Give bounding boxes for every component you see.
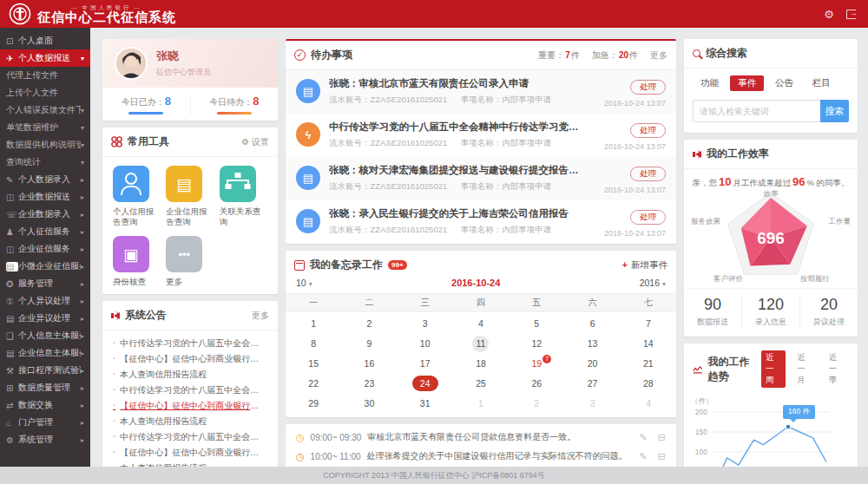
todo-item[interactable]: 张晓：录入民生银行提交的关于上海吉荣公司信用报告 流水账号：ZZASE20161… bbox=[286, 200, 676, 244]
add-event-button[interactable]: 新增事件 bbox=[622, 259, 667, 271]
sidebar-item[interactable]: 查询统计 ▾ bbox=[0, 154, 90, 171]
announcement-item[interactable]: 【征信中心】征信中心到商业银行调研发展规划制订 bbox=[113, 351, 267, 367]
calendar-day[interactable]: 29 bbox=[286, 394, 341, 414]
sidebar-item[interactable]: 接口程序测试验证 ▸ bbox=[0, 362, 90, 379]
handle-button[interactable]: 处理 bbox=[630, 123, 666, 138]
trend-tab[interactable]: 近一月 bbox=[792, 350, 817, 388]
calendar-day[interactable]: 14 bbox=[621, 334, 676, 354]
calendar-day[interactable]: 5 bbox=[509, 314, 564, 334]
search-input[interactable] bbox=[693, 100, 820, 122]
announcement-item[interactable]: 【征信中心】征信中心到商业银行调研发展规划制订 bbox=[113, 445, 267, 461]
announcement-item[interactable]: 中行传达学习党的十八届五中全会精神 bbox=[113, 429, 267, 445]
schedule-item[interactable]: 09:00~ 09:30 审核北京市蓝天有限责任公司贷款信息资料是否一致。 ✎ … bbox=[286, 428, 676, 447]
handle-button[interactable]: 处理 bbox=[630, 167, 666, 181]
tool-shortcut[interactable]: 关联关系查询 bbox=[220, 166, 267, 227]
calendar-day[interactable]: 26 bbox=[509, 374, 564, 394]
edit-icon[interactable]: ✎ bbox=[640, 432, 648, 443]
calendar-day[interactable]: 20 bbox=[564, 354, 620, 374]
sidebar-item[interactable]: 个人错误反馈文件下载 ▾ bbox=[0, 101, 90, 119]
announcement-item[interactable]: 中行传达学习党的十八届五中全会精神 bbox=[113, 336, 267, 351]
trend-tab[interactable]: 近一周 bbox=[761, 350, 786, 388]
settings-icon[interactable]: ⚙ bbox=[824, 8, 834, 21]
search-tab[interactable]: 公告 bbox=[767, 75, 801, 91]
calendar-day[interactable]: 16 bbox=[341, 354, 397, 374]
calendar-day[interactable]: 4 bbox=[453, 314, 509, 334]
sidebar-item[interactable]: 单笔数据维护 ▾ bbox=[0, 119, 90, 136]
edit-icon[interactable]: ✎ bbox=[640, 451, 648, 462]
calendar-day[interactable]: 9 bbox=[341, 334, 397, 354]
tool-shortcut[interactable]: ••• 更多 bbox=[166, 236, 214, 287]
calendar-day[interactable]: 28 bbox=[621, 374, 676, 394]
sidebar-item[interactable]: 个人信息主体服务 ▸ bbox=[0, 327, 90, 344]
sidebar-item[interactable]: 数据提供机构说明管理 ▾ bbox=[0, 136, 90, 154]
tool-shortcut[interactable]: 个人信用报告查询 bbox=[113, 166, 161, 227]
delete-icon[interactable]: ⊟ bbox=[658, 432, 666, 443]
calendar-day[interactable]: 22 bbox=[286, 374, 341, 394]
announcement-item[interactable]: 中行传达学习党的十八届五中全会精神 bbox=[113, 383, 267, 398]
sidebar-item[interactable]: 企业数据报送 ▸ bbox=[0, 188, 90, 206]
calendar-day[interactable]: 13 bbox=[564, 334, 620, 354]
sidebar-item[interactable]: 上传个人文件 bbox=[0, 84, 90, 101]
sidebar-item[interactable]: 数据交换 ▸ bbox=[0, 396, 90, 414]
calendar-day[interactable]: 15 bbox=[286, 354, 341, 374]
calendar-day[interactable]: 30 bbox=[341, 394, 397, 414]
trend-tab[interactable]: 近一季 bbox=[825, 350, 849, 388]
calendar-day[interactable]: 10 bbox=[398, 334, 453, 354]
tools-settings-link[interactable]: ⚙ 设置 bbox=[241, 136, 269, 148]
calendar-day[interactable]: 24 bbox=[398, 374, 453, 394]
calendar-day[interactable]: 7 bbox=[621, 314, 676, 334]
sidebar-item[interactable]: 门户管理 ▸ bbox=[0, 414, 90, 431]
sidebar-item[interactable]: 企业信息主体服务 ▸ bbox=[0, 344, 90, 362]
todo-more-link[interactable]: 更多 bbox=[650, 49, 667, 62]
announcement-item[interactable]: 本人查询信用报告流程 bbox=[113, 367, 267, 383]
handle-button[interactable]: 处理 bbox=[630, 210, 666, 225]
calendar-day[interactable]: 8 bbox=[286, 334, 341, 354]
todo-item[interactable]: 中行传达学习党的十八届五中全会精神中行传达学习党的十八届五中全会精神 流水账号：… bbox=[286, 114, 676, 157]
sidebar-item[interactable]: 系统管理 ▸ bbox=[0, 431, 90, 448]
calendar-day[interactable]: 23 bbox=[341, 374, 397, 394]
todo-item[interactable]: 张晓：审核北京市蓝天有限责任公司录入申请 流水账号：ZZASE201610250… bbox=[286, 70, 676, 114]
announcements-more-link[interactable]: 更多 bbox=[252, 310, 269, 322]
schedule-item[interactable]: 10:00~ 11:00 处理张希提交的关于中国建设银行信用记录与实际情况不符的… bbox=[286, 447, 676, 466]
calendar-day[interactable]: 3 bbox=[398, 314, 453, 334]
announcement-item[interactable]: 【征信中心】征信中心到商业银行调研发展规划制订 bbox=[113, 398, 267, 414]
search-tab[interactable]: 栏目 bbox=[805, 75, 838, 91]
sidebar-item[interactable]: 服务管理 ▸ bbox=[0, 275, 90, 292]
calendar-day[interactable]: 6 bbox=[564, 314, 620, 334]
sidebar-item[interactable]: 个人数据报送 ▾ bbox=[0, 49, 90, 67]
sidebar-item[interactable]: 数据质量管理 ▸ bbox=[0, 379, 90, 396]
announcement-item[interactable]: 本人查询信用报告流程 bbox=[113, 461, 267, 467]
calendar-day[interactable]: 21 bbox=[621, 354, 676, 374]
sidebar-item[interactable]: 企业征信服务 ▸ bbox=[0, 240, 90, 258]
calendar-day[interactable]: 18 bbox=[453, 354, 509, 374]
calendar-day[interactable]: 31 bbox=[398, 394, 453, 414]
tool-shortcut[interactable]: ▤ 企业信用报告查询 bbox=[166, 166, 214, 227]
search-tab[interactable]: 功能 bbox=[693, 75, 727, 91]
month-select[interactable]: 10 bbox=[296, 278, 312, 288]
calendar-day[interactable]: 1 bbox=[286, 314, 341, 334]
calendar-day[interactable]: 2 bbox=[341, 314, 397, 334]
sidebar-item[interactable]: 代理上传文件 bbox=[0, 67, 90, 84]
search-tab[interactable]: 事件 bbox=[730, 75, 764, 91]
tool-shortcut[interactable]: ▣ 身份核查 bbox=[113, 236, 161, 287]
calendar-day[interactable]: 11 bbox=[453, 334, 509, 354]
calendar-day[interactable]: 17 bbox=[398, 354, 453, 374]
calendar-day[interactable]: 197 bbox=[509, 354, 564, 374]
logout-icon[interactable] bbox=[846, 10, 856, 19]
calendar-day[interactable]: 2 bbox=[509, 394, 564, 414]
calendar-day[interactable]: 1 bbox=[453, 394, 509, 414]
calendar-day[interactable]: 4 bbox=[621, 394, 676, 414]
calendar-day[interactable]: 27 bbox=[564, 374, 620, 394]
search-button[interactable]: 搜索 bbox=[820, 100, 849, 122]
sidebar-item[interactable]: 个人征信服务 ▸ bbox=[0, 223, 90, 240]
calendar-day[interactable]: 12 bbox=[509, 334, 564, 354]
calendar-day[interactable]: 25 bbox=[453, 374, 509, 394]
year-select[interactable]: 2016 bbox=[640, 278, 666, 288]
sidebar-item[interactable]: 个人数据录入 ▸ bbox=[0, 171, 90, 188]
calendar-day[interactable]: 3 bbox=[564, 394, 620, 414]
sidebar-item[interactable]: 个人桌面 bbox=[0, 32, 90, 49]
sidebar-item[interactable]: 企业异议处理 ▸ bbox=[0, 310, 90, 327]
sidebar-item[interactable]: 个人异议处理 ▸ bbox=[0, 292, 90, 310]
todo-item[interactable]: 张晓：核对天津宏海集团提交报送与建设银行提交报告信息是否一致 流水账号：ZZAS… bbox=[286, 157, 676, 200]
delete-icon[interactable]: ⊟ bbox=[658, 451, 666, 462]
